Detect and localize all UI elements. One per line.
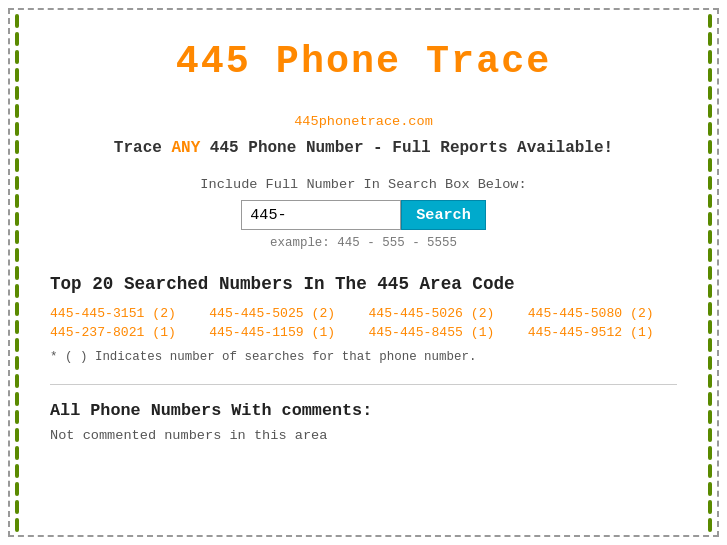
tagline: Trace ANY 445 Phone Number - Full Report… (50, 139, 677, 157)
outer-border: 445 Phone Trace 445phonetrace.com Trace … (8, 8, 719, 537)
no-comments-text: Not commented numbers in this area (50, 428, 677, 443)
left-decoration (8, 10, 26, 535)
top-numbers-title: Top 20 Searched Numbers In The 445 Area … (50, 274, 677, 294)
tagline-end: 445 Phone Number - Full Reports Availabl… (200, 139, 613, 157)
footnote: * ( ) Indicates number of searches for t… (50, 350, 677, 364)
phone-number-link[interactable]: 445-445-5025 (2) (209, 306, 358, 321)
site-url: 445phonetrace.com (50, 114, 677, 129)
tagline-any: ANY (171, 139, 200, 157)
search-row: Search (50, 200, 677, 230)
phone-number-link[interactable]: 445-237-8021 (1) (50, 325, 199, 340)
section-divider (50, 384, 677, 385)
search-example: example: 445 - 555 - 5555 (50, 236, 677, 250)
phone-number-link[interactable]: 445-445-8455 (1) (369, 325, 518, 340)
phone-number-link[interactable]: 445-445-5026 (2) (369, 306, 518, 321)
search-label: Include Full Number In Search Box Below: (50, 177, 677, 192)
search-input[interactable] (241, 200, 401, 230)
phone-number-link[interactable]: 445-445-3151 (2) (50, 306, 199, 321)
page-title: 445 Phone Trace (50, 20, 677, 114)
phone-number-link[interactable]: 445-445-1159 (1) (209, 325, 358, 340)
phone-number-link[interactable]: 445-445-9512 (1) (528, 325, 677, 340)
phone-number-link[interactable]: 445-445-5080 (2) (528, 306, 677, 321)
tagline-start: Trace (114, 139, 172, 157)
search-button[interactable]: Search (401, 200, 486, 230)
phone-grid: 445-445-3151 (2)445-445-5025 (2)445-445-… (50, 306, 677, 340)
all-comments-title: All Phone Numbers With comments: (50, 401, 677, 420)
right-decoration (701, 10, 719, 535)
